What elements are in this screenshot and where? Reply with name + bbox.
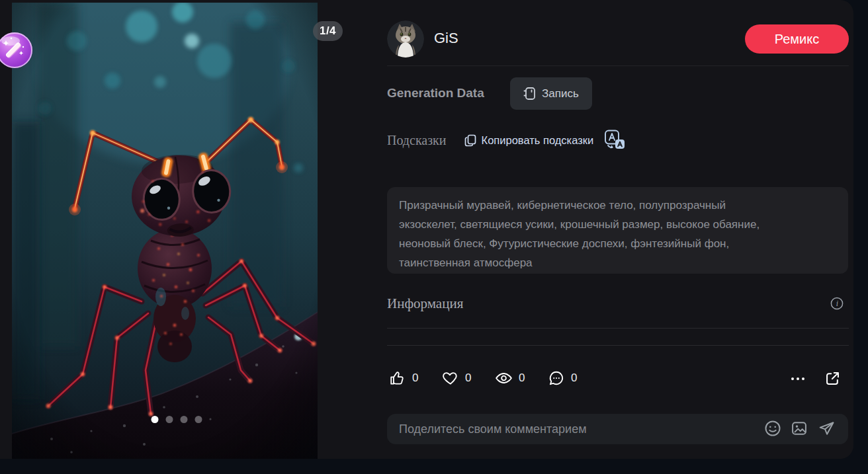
comment-bar bbox=[387, 414, 848, 444]
image-detail-card: 1/4 GiS bbox=[0, 0, 853, 459]
prompts-row: Подсказки Копировать подсказки bbox=[387, 130, 625, 151]
section-divider-top bbox=[387, 328, 849, 329]
info-section-label: Информация bbox=[387, 296, 463, 311]
avatar[interactable] bbox=[387, 20, 424, 58]
carousel-dot-3[interactable] bbox=[181, 416, 188, 423]
more-options-button[interactable] bbox=[789, 371, 806, 389]
image-icon bbox=[790, 419, 808, 438]
detail-panel: GiS Ремикс Generation Data Запись Подска… bbox=[387, 0, 849, 459]
comments-count: 0 bbox=[571, 372, 577, 385]
favorite-count: 0 bbox=[465, 372, 471, 385]
translate-icon bbox=[604, 130, 625, 149]
carousel-dots bbox=[152, 416, 202, 423]
section-divider-bottom bbox=[387, 345, 849, 346]
like-button[interactable]: 0 bbox=[389, 370, 418, 387]
copy-prompts-label: Копировать подсказки bbox=[482, 134, 594, 147]
generation-data-title: Generation Data bbox=[387, 86, 484, 100]
favorite-button[interactable]: 0 bbox=[442, 370, 471, 387]
record-button[interactable]: Запись bbox=[510, 77, 592, 110]
send-comment-button[interactable] bbox=[812, 419, 840, 439]
eye-icon bbox=[495, 370, 513, 387]
views-count: 0 bbox=[519, 372, 525, 385]
open-in-new-icon bbox=[824, 370, 842, 387]
translate-button[interactable] bbox=[604, 130, 625, 151]
remix-button[interactable]: Ремикс bbox=[745, 24, 849, 54]
send-icon bbox=[816, 419, 836, 438]
heart-icon bbox=[442, 370, 459, 387]
magic-wand-icon bbox=[0, 32, 33, 69]
prompt-box[interactable]: Призрачный муравей, кибернетическое тело… bbox=[387, 187, 848, 274]
emoji-icon bbox=[763, 419, 782, 438]
thumbs-up-icon bbox=[389, 370, 406, 387]
header-divider bbox=[387, 65, 849, 66]
attach-image-button[interactable] bbox=[786, 419, 812, 439]
stats-row: 0 0 0 bbox=[387, 370, 849, 391]
info-icon[interactable]: i bbox=[830, 297, 844, 313]
ant-artwork-render bbox=[12, 3, 318, 459]
image-counter-badge: 1/4 bbox=[313, 21, 343, 41]
emoji-button[interactable] bbox=[760, 419, 786, 439]
info-row[interactable]: Информация i bbox=[387, 296, 849, 312]
magic-wand-button[interactable] bbox=[0, 32, 33, 69]
ellipsis-icon bbox=[789, 371, 806, 387]
notebook-icon bbox=[523, 87, 536, 100]
carousel-dot-4[interactable] bbox=[195, 416, 202, 423]
carousel-dot-2[interactable] bbox=[166, 416, 173, 423]
comment-icon bbox=[548, 370, 565, 387]
copy-prompts-button[interactable]: Копировать подсказки bbox=[464, 134, 594, 147]
prompt-text: Призрачный муравей, кибернетическое тело… bbox=[399, 196, 775, 272]
artwork-image bbox=[12, 3, 318, 459]
copy-icon bbox=[464, 134, 476, 147]
open-external-button[interactable] bbox=[824, 370, 842, 389]
prompts-label: Подсказки bbox=[387, 133, 447, 148]
cat-avatar-image bbox=[387, 20, 424, 58]
comment-input[interactable] bbox=[399, 422, 760, 436]
username[interactable]: GiS bbox=[434, 30, 458, 47]
comments-button[interactable]: 0 bbox=[548, 370, 577, 387]
page: 1/4 GiS bbox=[0, 0, 868, 474]
record-button-label: Запись bbox=[542, 87, 579, 100]
views-counter[interactable]: 0 bbox=[495, 370, 525, 387]
svg-text:i: i bbox=[836, 299, 838, 308]
like-count: 0 bbox=[412, 372, 418, 385]
carousel-dot-1[interactable] bbox=[152, 416, 159, 423]
